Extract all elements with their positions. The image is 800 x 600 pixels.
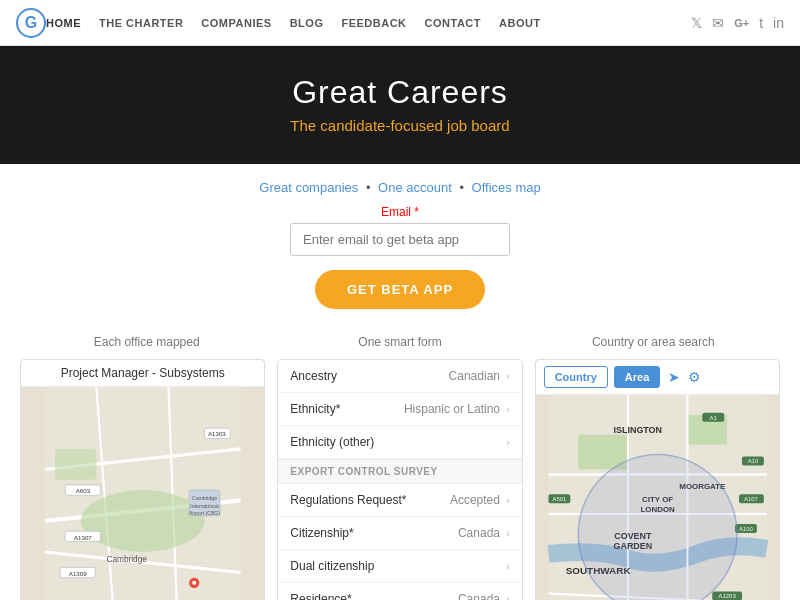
hero-title: Great Careers xyxy=(20,74,780,111)
svg-text:A100: A100 xyxy=(739,526,754,532)
nav-links: HOME THE CHARTER COMPANIES BLOG FEEDBACK… xyxy=(46,17,691,29)
svg-point-21 xyxy=(192,581,196,585)
ancestry-label: Ancestry xyxy=(290,369,448,383)
ethnicity-value: Hispanic or Latino xyxy=(404,402,500,416)
form-row-regulations[interactable]: Regulations Request* Accepted › xyxy=(278,484,521,517)
form-row-ancestry[interactable]: Ancestry Canadian › xyxy=(278,360,521,393)
logo[interactable]: G xyxy=(16,8,46,38)
map-column: Project Manager - Subsystems A603 A1309 xyxy=(20,359,265,600)
social-links: 𝕏 ✉ G+ t in xyxy=(691,15,784,31)
linkedin-icon[interactable]: in xyxy=(773,15,784,31)
nav-companies[interactable]: COMPANIES xyxy=(201,17,271,29)
svg-text:A501: A501 xyxy=(552,496,567,502)
citizenship-label: Citizenship* xyxy=(290,526,458,540)
ancestry-value: Canadian xyxy=(449,369,500,383)
email-input[interactable] xyxy=(290,223,510,256)
col-header-form: One smart form xyxy=(273,335,526,349)
form-column: Ancestry Canadian › Ethnicity* Hispanic … xyxy=(277,359,522,600)
svg-text:A1303: A1303 xyxy=(208,430,226,437)
tagline-companies[interactable]: Great companies xyxy=(259,180,358,195)
svg-text:Cambridge: Cambridge xyxy=(107,555,148,564)
tagline-offices[interactable]: Offices map xyxy=(472,180,541,195)
location-icon[interactable]: ➤ xyxy=(668,369,680,385)
form-row-residence[interactable]: Residence* Canada › xyxy=(278,583,521,600)
sep2: • xyxy=(459,180,464,195)
svg-rect-7 xyxy=(55,449,96,480)
beta-button[interactable]: GET BETA APP xyxy=(315,270,485,309)
svg-text:A10: A10 xyxy=(747,458,758,464)
form-row-dual-citizenship[interactable]: Dual citizenship › xyxy=(278,550,521,583)
dual-citizenship-chevron: › xyxy=(506,560,510,572)
country-button[interactable]: Country xyxy=(544,366,608,388)
residence-chevron: › xyxy=(506,593,510,600)
map-job-title: Project Manager - Subsystems xyxy=(21,360,264,387)
ethnicity-label: Ethnicity* xyxy=(290,402,404,416)
regulations-label: Regulations Request* xyxy=(290,493,450,507)
tagline-account[interactable]: One account xyxy=(378,180,452,195)
search-toolbar: Country Area ➤ ⚙ xyxy=(536,360,779,395)
svg-point-6 xyxy=(81,490,205,552)
navbar: G HOME THE CHARTER COMPANIES BLOG FEEDBA… xyxy=(0,0,800,46)
svg-text:International: International xyxy=(190,503,218,509)
email-input-wrap xyxy=(20,223,780,256)
hero-section: Great Careers The candidate-focused job … xyxy=(0,46,800,164)
ancestry-chevron: › xyxy=(506,370,510,382)
citizenship-value: Canada xyxy=(458,526,500,540)
svg-text:A1309: A1309 xyxy=(69,570,87,577)
hero-subtitle: The candidate-focused job board xyxy=(20,117,780,134)
cta-section: Great companies • One account • Offices … xyxy=(0,164,800,335)
nav-about[interactable]: ABOUT xyxy=(499,17,541,29)
ethnicity-other-label: Ethnicity (other) xyxy=(290,435,506,449)
col-headers: Each office mapped One smart form Countr… xyxy=(0,335,800,349)
regulations-chevron: › xyxy=(506,494,510,506)
nav-charter[interactable]: THE CHARTER xyxy=(99,17,183,29)
nav-blog[interactable]: BLOG xyxy=(290,17,324,29)
search-map-container[interactable]: A1 A10 A501 A107 A1203 A200 A3212 A2 A10… xyxy=(536,395,779,600)
svg-text:A107: A107 xyxy=(744,496,758,502)
map-container[interactable]: A603 A1309 A1307 A1303 Cambridge Interna… xyxy=(21,387,264,600)
svg-text:A1307: A1307 xyxy=(74,534,92,541)
email-label: Email * xyxy=(20,205,780,219)
three-columns: Project Manager - Subsystems A603 A1309 xyxy=(0,359,800,600)
residence-label: Residence* xyxy=(290,592,458,600)
svg-text:A603: A603 xyxy=(76,487,91,494)
svg-point-59 xyxy=(578,455,737,600)
col-header-map: Each office mapped xyxy=(20,335,273,349)
gplus-icon[interactable]: G+ xyxy=(734,17,749,29)
tagline: Great companies • One account • Offices … xyxy=(20,180,780,195)
search-column: Country Area ➤ ⚙ A1 xyxy=(535,359,780,600)
svg-text:ISLINGTON: ISLINGTON xyxy=(613,425,661,435)
filter-icon[interactable]: ⚙ xyxy=(688,369,701,385)
nav-home[interactable]: HOME xyxy=(46,17,81,29)
nav-contact[interactable]: CONTACT xyxy=(425,17,481,29)
form-row-ethnicity-other[interactable]: Ethnicity (other) › xyxy=(278,426,521,459)
svg-text:Airport (CBG): Airport (CBG) xyxy=(189,510,220,516)
export-control-header: EXPORT CONTROL SURVEY xyxy=(278,459,521,484)
col-header-search: Country or area search xyxy=(527,335,780,349)
tumblr-icon[interactable]: t xyxy=(759,15,763,31)
ethnicity-chevron: › xyxy=(506,403,510,415)
beta-btn-wrap: GET BETA APP xyxy=(20,270,780,309)
area-button[interactable]: Area xyxy=(614,366,660,388)
form-row-citizenship[interactable]: Citizenship* Canada › xyxy=(278,517,521,550)
twitter-icon[interactable]: 𝕏 xyxy=(691,15,702,31)
sep1: • xyxy=(366,180,371,195)
svg-text:A1203: A1203 xyxy=(718,593,736,599)
form-row-ethnicity[interactable]: Ethnicity* Hispanic or Latino › xyxy=(278,393,521,426)
svg-text:A1: A1 xyxy=(709,415,717,421)
regulations-value: Accepted xyxy=(450,493,500,507)
nav-feedback[interactable]: FEEDBACK xyxy=(341,17,406,29)
residence-value: Canada xyxy=(458,592,500,600)
email-icon[interactable]: ✉ xyxy=(712,15,724,31)
citizenship-chevron: › xyxy=(506,527,510,539)
svg-text:Cambridge: Cambridge xyxy=(192,495,217,501)
dual-citizenship-label: Dual citizenship xyxy=(290,559,506,573)
ethnicity-other-chevron: › xyxy=(506,436,510,448)
